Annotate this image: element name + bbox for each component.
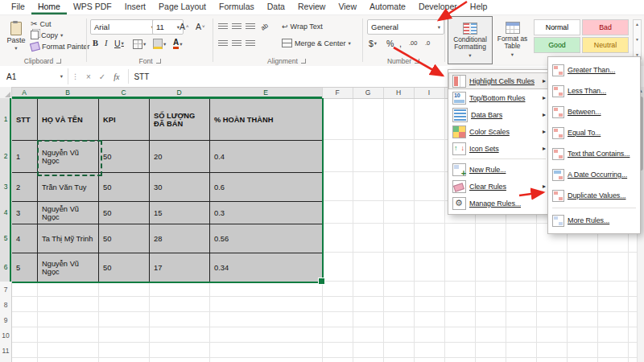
top-align-button[interactable] <box>218 21 228 33</box>
table-cell[interactable]: 0.56 <box>210 224 323 253</box>
menu-item-less-than[interactable]: Less Than... <box>548 80 640 101</box>
menu-item-greater-than[interactable]: Greater Than... <box>548 60 640 80</box>
borders-button[interactable]: ▾ <box>133 38 146 50</box>
tab-developer[interactable]: Developer <box>412 0 464 14</box>
dialog-launcher-icon[interactable] <box>415 59 419 64</box>
menu-item-clear-rules[interactable]: Clear Rules▸ <box>448 178 550 195</box>
table-cell[interactable]: 4 <box>12 224 38 253</box>
tab-page-layout[interactable]: Page Layout <box>152 0 213 14</box>
column-header-H[interactable]: H <box>383 87 415 98</box>
fill-color-button[interactable]: ▾ <box>153 38 166 50</box>
row-header-1[interactable]: 1 <box>0 98 12 141</box>
table-cell[interactable]: 30 <box>150 173 210 202</box>
table-cell[interactable]: Nguyễn Vũ Ngọc <box>38 141 99 173</box>
menu-item-between[interactable]: Between... <box>548 101 640 122</box>
middle-align-button[interactable] <box>232 21 242 33</box>
paste-button[interactable]: Paste ▾ <box>3 17 29 56</box>
merge-center-button[interactable]: Merge & Center ▾ <box>282 38 351 48</box>
table-cell[interactable]: Ta Thị Mỹ Trinh <box>38 224 99 253</box>
column-header-E[interactable]: E <box>209 87 323 98</box>
table-cell[interactable]: 5 <box>12 253 38 282</box>
table-header-stt[interactable]: STT <box>12 99 38 141</box>
table-cell[interactable]: 20 <box>150 141 210 173</box>
orientation-button[interactable]: ab <box>258 20 271 34</box>
italic-button[interactable]: I <box>105 37 108 49</box>
table-cell[interactable]: 0.6 <box>210 173 323 202</box>
table-header-s-l-ng-b-n[interactable]: SỐ LƯỢNG ĐÃ BÁN <box>150 99 210 141</box>
format-as-table-button[interactable]: Format as Table ▾ <box>493 16 531 63</box>
menu-item-highlight-cells-rules[interactable]: Highlight Cells Rules▸ <box>448 72 550 89</box>
enter-icon[interactable]: ✓ <box>99 72 105 81</box>
format-painter-button[interactable]: Format Painter <box>31 41 90 51</box>
tab-wps-pdf[interactable]: WPS PDF <box>67 0 118 14</box>
menu-item-top-bottom-rules[interactable]: Top/Bottom Rules▸ <box>448 89 550 106</box>
table-cell[interactable]: 28 <box>150 224 210 253</box>
table-cell[interactable]: Nguyễn Vũ Ngọc <box>38 253 99 282</box>
column-header-D[interactable]: D <box>149 87 210 98</box>
menu-item-a-date-occurring[interactable]: A Date Occurring... <box>548 164 640 185</box>
column-header-F[interactable]: F <box>322 87 353 98</box>
copy-button[interactable]: Copy ▾ <box>31 30 63 40</box>
table-cell[interactable]: 0.3 <box>210 202 323 224</box>
table-cell[interactable]: Trần Văn Tuy <box>38 173 99 202</box>
tab-insert[interactable]: Insert <box>118 0 152 14</box>
tab-automate[interactable]: Automate <box>363 0 412 14</box>
menu-item-manage-rules[interactable]: Manage Rules... <box>448 195 550 212</box>
dialog-launcher-icon[interactable] <box>56 59 61 64</box>
table-header-kpi[interactable]: KPI <box>99 99 150 141</box>
tab-view[interactable]: View <box>332 0 363 14</box>
font-color-button[interactable]: A▾ <box>173 38 183 50</box>
fill-handle[interactable] <box>318 278 325 285</box>
table-cell[interactable]: 50 <box>99 202 150 224</box>
decrease-decimal-button[interactable]: .0 <box>425 37 430 49</box>
tab-formulas[interactable]: Formulas <box>213 0 261 14</box>
column-header-A[interactable]: A <box>11 87 38 98</box>
gallery-up-icon[interactable]: ▲ <box>635 22 639 27</box>
tab-data[interactable]: Data <box>261 0 291 14</box>
table-cell[interactable]: 0.34 <box>210 253 323 282</box>
cell-style-bad[interactable]: Bad <box>582 19 629 35</box>
menu-item-text-that-contains[interactable]: Text that Contains... <box>548 143 640 164</box>
tab-home[interactable]: Home <box>31 0 67 14</box>
column-header-G[interactable]: G <box>353 87 384 98</box>
underline-button[interactable]: U▾ <box>114 37 124 49</box>
table-cell[interactable]: 0.4 <box>210 141 323 173</box>
table-cell[interactable]: 17 <box>150 253 210 282</box>
menu-item-more-rules[interactable]: More Rules... <box>548 210 640 231</box>
menu-item-icon-sets[interactable]: Icon Sets▸ <box>448 140 550 157</box>
table-header-ho-n-th-nh[interactable]: % HOÀN THÀNH <box>210 99 323 141</box>
table-cell[interactable]: 1 <box>12 141 38 173</box>
row-header-6[interactable]: 6 <box>0 253 12 282</box>
increase-font-size-button[interactable]: A˄ <box>180 20 189 32</box>
cell-style-good[interactable]: Good <box>534 37 580 53</box>
column-header-I[interactable]: I <box>414 87 445 98</box>
column-header-C[interactable]: C <box>98 87 150 98</box>
conditional-formatting-button[interactable]: Conditional Formatting ▾ <box>448 16 493 64</box>
decrease-font-size-button[interactable]: A˅ <box>196 20 205 32</box>
table-cell[interactable]: 50 <box>99 173 150 202</box>
table-cell[interactable]: 50 <box>99 141 150 173</box>
percent-style-button[interactable]: % <box>386 37 394 49</box>
cell-style-normal[interactable]: Normal <box>534 19 580 35</box>
align-center-button[interactable] <box>232 38 242 50</box>
cancel-icon[interactable]: × <box>86 72 91 81</box>
dialog-launcher-icon[interactable] <box>156 59 161 64</box>
row-header-9[interactable]: 9 <box>0 312 12 328</box>
insert-function-icon[interactable]: fx <box>114 72 119 81</box>
row-header-5[interactable]: 5 <box>0 224 12 253</box>
tab-help[interactable]: Help <box>464 0 494 14</box>
menu-item-equal-to[interactable]: Equal To... <box>548 122 640 143</box>
table-cell[interactable]: Nguyễn Vũ Ngọc <box>38 202 99 224</box>
number-format-combobox[interactable]: General ▾ <box>367 19 444 35</box>
menu-item-new-rule[interactable]: New Rule... <box>448 161 550 178</box>
table-cell[interactable]: 15 <box>150 202 210 224</box>
gallery-down-icon[interactable]: ▼ <box>635 37 639 42</box>
table-cell[interactable]: 2 <box>12 173 38 202</box>
menu-item-data-bars[interactable]: Data Bars▸ <box>448 106 550 123</box>
accounting-format-button[interactable]: $▾ <box>369 37 377 49</box>
row-header-7[interactable]: 7 <box>0 282 12 298</box>
row-header-12[interactable]: 12 <box>0 358 12 362</box>
comma-style-button[interactable]: , <box>399 37 402 49</box>
dialog-launcher-icon[interactable] <box>301 59 306 64</box>
table-cell[interactable]: 3 <box>12 202 38 224</box>
